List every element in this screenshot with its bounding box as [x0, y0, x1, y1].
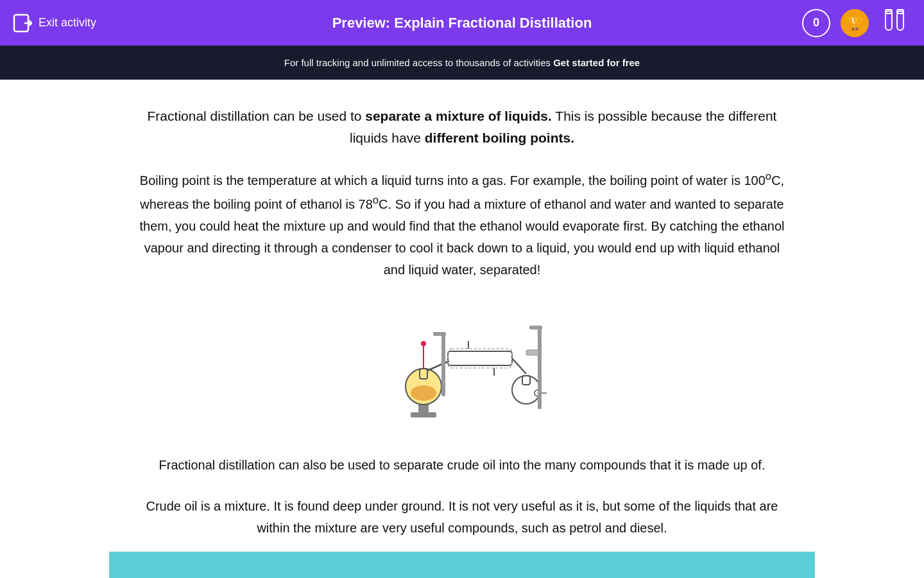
score-value: 0: [813, 16, 819, 30]
svg-point-12: [411, 385, 436, 401]
svg-rect-27: [433, 332, 446, 336]
banner-cta[interactable]: Get started for free: [553, 57, 640, 68]
sup-1: o: [766, 170, 771, 182]
header: Exit activity Preview: Explain Fractiona…: [0, 0, 924, 46]
svg-line-18: [512, 358, 526, 374]
exit-label: Exit activity: [38, 16, 96, 30]
body-paragraph: Boiling point is the temperature at whic…: [135, 168, 789, 280]
exit-icon: [13, 13, 32, 33]
body-text-1: Boiling point is the temperature at whic…: [140, 173, 766, 188]
trophy-icon: 🏆: [847, 15, 863, 31]
intro-bold-1: separate a mixture of liquids.: [365, 109, 552, 123]
intro-bold-2: different boiling points.: [425, 130, 574, 145]
promo-banner: For full tracking and unlimited access t…: [0, 46, 924, 80]
test-tubes-icon: [879, 7, 911, 39]
exit-activity-button[interactable]: Exit activity: [13, 13, 141, 33]
intro-normal-1: Fractional distillation can be used to: [148, 109, 366, 123]
header-actions: 0 🏆: [783, 7, 911, 39]
svg-rect-14: [448, 351, 512, 365]
svg-rect-25: [526, 350, 539, 355]
banner-text: For full tracking and unlimited access t…: [284, 57, 553, 68]
page-title: Preview: Explain Fractional Distillation: [141, 15, 783, 31]
teal-bottom-banner: [109, 552, 815, 579]
crude-oil-paragraph: Crude oil is a mixture. It is found deep…: [135, 495, 789, 539]
distillation-svg: [372, 300, 552, 428]
trophy-badge[interactable]: 🏆: [841, 9, 869, 37]
intro-end-1: This is possible because the different: [552, 109, 777, 123]
svg-point-29: [421, 341, 426, 346]
score-badge: 0: [802, 9, 830, 37]
intro-paragraph: Fractional distillation can be used to s…: [135, 105, 789, 148]
distillation-illustration: [135, 300, 789, 428]
svg-rect-20: [522, 376, 530, 385]
svg-rect-23: [538, 326, 542, 409]
sup-2: o: [373, 194, 379, 206]
svg-rect-26: [441, 332, 445, 396]
svg-line-13: [427, 361, 449, 371]
bottom-paragraph: Fractional distillation can also be used…: [135, 454, 789, 476]
main-content: Fractional distillation can be used to s…: [109, 80, 815, 578]
intro-normal-2: liquids have: [350, 130, 425, 145]
svg-rect-24: [529, 326, 542, 329]
